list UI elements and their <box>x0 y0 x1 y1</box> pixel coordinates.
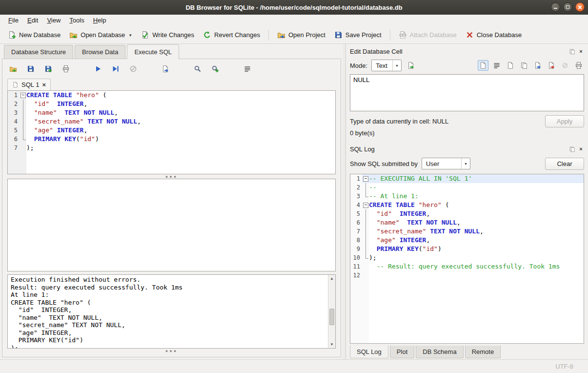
import-cell-data-button[interactable] <box>532 60 543 71</box>
copy-cell-button[interactable] <box>519 60 529 71</box>
tab-db-schema[interactable]: DB Schema <box>416 346 463 358</box>
clear-log-button[interactable]: Clear <box>545 158 584 170</box>
print-sql-button[interactable] <box>61 64 71 74</box>
scrollbar-thumb[interactable] <box>329 309 334 325</box>
results-pane[interactable] <box>7 179 336 271</box>
scrollbar-track[interactable] <box>328 282 335 341</box>
export-cell-data-button[interactable] <box>546 60 557 71</box>
scrollbar[interactable]: ▲ ▼ <box>328 275 335 348</box>
menubar: File Edit View Tools Help <box>0 15 588 26</box>
save-sql-file-as-button[interactable] <box>43 64 53 74</box>
titlebar[interactable]: DB Browser for SQLite - /home/user/code/… <box>0 0 588 15</box>
find-button[interactable] <box>193 64 203 74</box>
dock-controls: × <box>569 146 584 152</box>
find-replace-button[interactable] <box>210 64 220 74</box>
code-line: 7 "secret_name" TEXT NOT NULL, <box>350 227 584 236</box>
execute-all-icon <box>94 65 102 73</box>
mode-combobox[interactable]: Text ▼ <box>371 60 402 71</box>
close-sql-tab-icon[interactable]: × <box>42 83 46 87</box>
open-database-button[interactable]: Open Database ▼ <box>65 28 136 41</box>
menu-help[interactable]: Help <box>89 15 111 26</box>
line-number: 2 <box>8 100 20 108</box>
window-title: DB Browser for SQLite - /home/user/code/… <box>185 4 402 11</box>
code-text: "secret_name" TEXT NOT NULL, <box>26 117 335 126</box>
maximize-button[interactable] <box>563 2 572 12</box>
menu-edit[interactable]: Edit <box>23 15 42 26</box>
encoding-indicator[interactable]: UTF-8 <box>555 363 573 370</box>
new-database-icon <box>8 31 16 39</box>
toolbar-separator <box>390 30 390 41</box>
apply-button[interactable]: Apply <box>545 115 584 127</box>
tab-remote[interactable]: Remote <box>465 346 501 358</box>
splitter-handle[interactable]: ●●● <box>2 174 341 179</box>
open-database-dropdown-icon[interactable]: ▼ <box>128 33 132 39</box>
revert-changes-button[interactable]: Revert Changes <box>199 28 264 41</box>
code-line: 6 "name" TEXT NOT NULL, <box>350 218 584 227</box>
code-line: 1-- EXECUTING ALL IN 'SQL 1' <box>350 174 584 183</box>
menu-tools[interactable]: Tools <box>65 15 88 26</box>
line-number: 4 <box>350 201 362 209</box>
fold-marker-icon[interactable] <box>20 91 26 100</box>
execute-current-line-button[interactable] <box>111 64 121 74</box>
word-wrap-button[interactable] <box>491 60 502 71</box>
save-project-button[interactable]: Save Project <box>330 28 385 41</box>
dock-controls: × <box>569 48 584 55</box>
sql-file-tab[interactable]: SQL 1 × <box>7 79 51 90</box>
minimize-button[interactable] <box>551 2 560 12</box>
text-view-button[interactable] <box>478 60 488 71</box>
sql-file-tab-bar: SQL 1 × <box>2 77 341 90</box>
execute-all-button[interactable] <box>93 64 103 74</box>
tab-execute-sql[interactable]: Execute SQL <box>127 44 179 59</box>
fold-guide <box>362 262 369 271</box>
code-text: PRIMARY KEY("id") <box>369 245 584 253</box>
stop-execution-button[interactable] <box>128 64 138 74</box>
sql-log-view[interactable]: 1-- EXECUTING ALL IN 'SQL 1'2--3-- At li… <box>350 174 584 344</box>
mode-value: Text <box>376 62 392 69</box>
submitter-combobox[interactable]: User ▼ <box>422 158 470 169</box>
float-panel-icon[interactable] <box>569 48 575 55</box>
sql-editor[interactable]: 1CREATE TABLE "hero" (2 "id" INTEGER,3 "… <box>7 90 336 174</box>
line-number: 8 <box>350 236 362 245</box>
print-icon <box>575 62 583 69</box>
close-window-button[interactable] <box>575 2 585 12</box>
tab-database-structure[interactable]: Database Structure <box>4 45 73 59</box>
sql-file-tab-label: SQL 1 <box>21 81 39 88</box>
save-sql-file-as-icon <box>44 65 52 73</box>
fold-guide <box>362 236 369 245</box>
code-line: 8 "age" INTEGER, <box>350 236 584 245</box>
write-changes-button[interactable]: Write Changes <box>137 28 198 41</box>
export-icon <box>547 62 555 69</box>
attach-database-button[interactable]: Attach Database <box>395 28 461 41</box>
fold-marker-icon[interactable] <box>362 201 369 209</box>
close-panel-icon[interactable]: × <box>578 48 584 55</box>
word-wrap-button[interactable] <box>243 64 252 74</box>
open-project-button[interactable]: Open Project <box>273 28 329 41</box>
tab-browse-data[interactable]: Browse Data <box>75 45 125 59</box>
menu-view[interactable]: View <box>42 15 65 26</box>
new-database-button[interactable]: New Database <box>4 28 64 41</box>
word-wrap-icon <box>243 65 251 73</box>
open-sql-file-button[interactable] <box>8 64 18 74</box>
menu-file[interactable]: File <box>4 15 23 26</box>
execution-log-text[interactable]: Execution finished without errors. Resul… <box>8 275 328 348</box>
fold-guide <box>362 227 369 236</box>
fold-marker-icon[interactable] <box>362 174 369 183</box>
print-cell-button[interactable] <box>573 60 584 71</box>
tab-sql-log[interactable]: SQL Log <box>350 346 388 358</box>
scroll-up-icon[interactable]: ▲ <box>328 275 335 282</box>
cell-edit-tools <box>478 60 584 71</box>
tab-plot[interactable]: Plot <box>390 346 414 358</box>
statusbar: UTF-8 <box>0 359 588 373</box>
open-external-button[interactable] <box>406 60 416 71</box>
float-panel-icon[interactable] <box>569 146 575 152</box>
splitter-handle[interactable]: ●●● <box>2 349 341 353</box>
save-sql-file-button[interactable] <box>26 64 36 74</box>
new-cell-doc-button[interactable] <box>505 60 516 71</box>
set-null-button[interactable] <box>560 60 570 71</box>
cell-editor-textarea[interactable]: NULL <box>350 74 584 111</box>
close-panel-icon[interactable]: × <box>578 146 584 152</box>
scroll-down-icon[interactable]: ▼ <box>328 341 335 348</box>
close-database-button[interactable]: Close Database <box>462 28 526 41</box>
export-results-button[interactable] <box>161 64 170 74</box>
line-number: 6 <box>8 135 20 144</box>
